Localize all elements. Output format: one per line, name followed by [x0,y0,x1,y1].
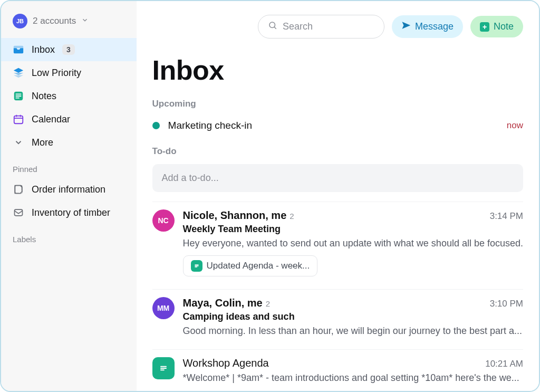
thread-count: 2 [266,299,270,308]
sidebar: JB 2 accounts Inbox 3 Low Priority Notes [1,1,137,391]
pinned-item-inventory-of-timber[interactable]: Inventory of timber [1,201,137,224]
svg-point-4 [269,22,275,28]
note-button-label: Note [494,21,514,32]
calendar-icon [13,113,24,125]
thread-avatar: MM [152,297,175,319]
inbox-icon [13,44,24,55]
sidebar-item-label: Notes [32,91,56,102]
thread-item[interactable]: MM Maya, Colin, me 2 3:10 PM Camping ide… [152,289,523,349]
thread-preview: *Welcome* | *9am* - team introductions a… [183,372,523,384]
notes-icon [13,90,24,102]
mail-icon [13,207,24,218]
thread-time: 3:14 PM [490,211,523,222]
page-title: Inbox [152,54,523,86]
upcoming-event[interactable]: Marketing check-in now [152,117,523,143]
message-button[interactable]: Message [392,15,463,38]
thread-body: Maya, Colin, me 2 3:10 PM Camping ideas … [183,297,523,337]
main: Search Message + Note Inbox Upcoming Mar… [137,1,539,391]
content: Inbox Upcoming Marketing check-in now To… [137,39,539,391]
svg-rect-3 [15,209,23,216]
event-dot-icon [152,122,160,129]
attachment-label: Updated Agenda - week... [207,261,310,271]
thread-avatar: NC [152,209,175,232]
thread-participants: Maya, Colin, me [183,297,263,309]
upcoming-event-time: now [507,120,523,131]
pinned-item-label: Order information [32,184,105,195]
thread-participants: Nicole, Shannon, me [183,209,287,222]
thread-time: 3:10 PM [490,299,523,309]
search-icon [268,21,277,33]
labels-section-label: Labels [1,224,137,248]
sidebar-item-label: Inbox [32,44,55,55]
note-icon [191,260,202,272]
sidebar-item-more[interactable]: More [1,131,137,154]
pinned-item-order-information[interactable]: Order information [1,178,137,201]
sidebar-item-inbox[interactable]: Inbox 3 [1,38,137,61]
chevron-down-icon [13,137,24,148]
stack-icon [13,67,24,79]
sidebar-item-label: Low Priority [32,68,81,79]
thread-subject: Weekly Team Meeting [183,224,523,235]
note-icon [13,184,24,195]
pinned-item-label: Inventory of timber [32,207,110,218]
thread-item[interactable]: NC Nicole, Shannon, me 2 3:14 PM Weekly … [152,202,523,289]
inbox-count-badge: 3 [62,44,75,55]
thread-avatar [152,357,175,379]
sidebar-item-low-priority[interactable]: Low Priority [1,61,137,84]
message-button-label: Message [415,21,454,32]
upcoming-label: Upcoming [152,99,523,109]
topbar: Search Message + Note [137,1,539,39]
svg-rect-1 [14,116,23,124]
thread-body: Workshop Agenda 10:21 AM *Welcome* | *9a… [183,357,523,384]
sidebar-item-notes[interactable]: Notes [1,84,137,108]
plus-icon: + [480,22,489,32]
send-icon [401,21,411,33]
upcoming-event-title: Marketing check-in [168,120,507,131]
todo-input[interactable]: Add a to-do... [152,164,523,192]
thread-preview: Good morning. In less than an hour, we w… [183,326,523,337]
thread-subject: Camping ideas and such [183,311,523,322]
sidebar-item-label: More [32,137,53,148]
thread-item[interactable]: Workshop Agenda 10:21 AM *Welcome* | *9a… [152,349,523,391]
note-button[interactable]: + Note [470,16,523,37]
thread-count: 2 [290,212,294,221]
sidebar-item-calendar[interactable]: Calendar [1,108,137,131]
thread-body: Nicole, Shannon, me 2 3:14 PM Weekly Tea… [183,209,523,276]
search-input[interactable]: Search [258,15,384,39]
search-placeholder: Search [283,21,313,32]
thread-preview: Hey everyone, wanted to send out an upda… [183,238,523,249]
accounts-label: 2 accounts [33,16,76,26]
todo-label: To-do [152,146,523,157]
todo-placeholder: Add a to-do... [162,173,219,183]
avatar: JB [13,14,27,28]
attachment-chip[interactable]: Updated Agenda - week... [183,255,318,276]
account-switcher[interactable]: JB 2 accounts [1,8,137,38]
chevron-down-icon [81,16,89,26]
pinned-section-label: Pinned [1,154,137,178]
thread-time: 10:21 AM [485,359,523,369]
sidebar-item-label: Calendar [32,114,70,125]
app-window: JB 2 accounts Inbox 3 Low Priority Notes [0,0,540,392]
thread-participants: Workshop Agenda [183,357,269,369]
